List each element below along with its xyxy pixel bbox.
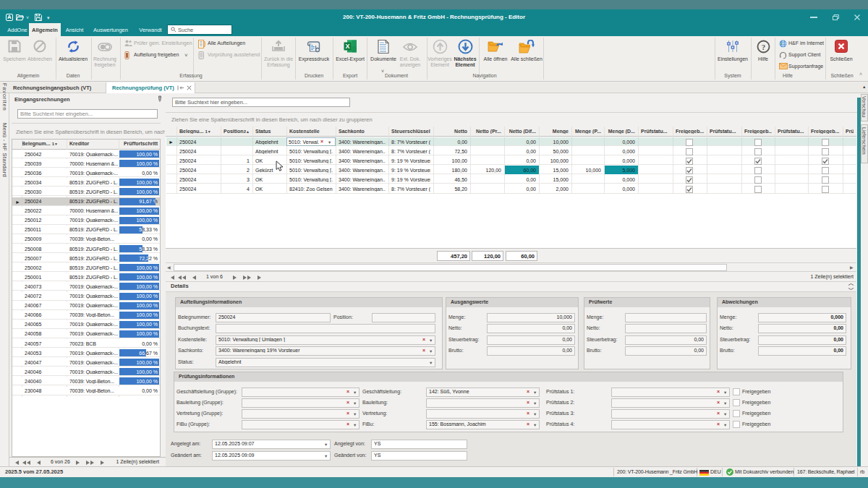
svg-text:X: X: [345, 43, 349, 50]
svg-text:?: ?: [761, 43, 765, 51]
